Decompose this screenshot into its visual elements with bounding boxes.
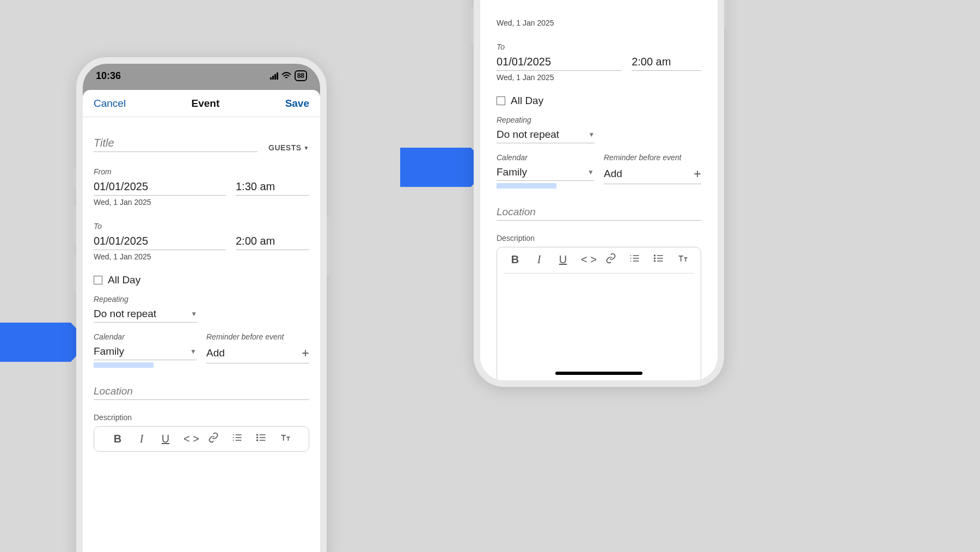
ordered-list-icon[interactable] [231,432,243,446]
calendar-color-chip [497,183,556,189]
battery-icon: 88 [295,70,307,81]
calendar-value: Family [94,345,124,357]
callout-arrow-left [0,323,71,362]
italic-icon[interactable]: I [136,433,148,445]
reminder-select[interactable]: Add + [604,164,701,184]
plus-icon: + [302,345,309,361]
to-time-input[interactable]: 2:00 am [632,53,701,71]
signal-icon [270,72,278,80]
text-size-icon[interactable] [677,253,689,266]
reminder-value: Add [206,347,225,359]
reminder-label: Reminder before event [206,332,309,341]
plus-icon: + [694,166,701,181]
svg-point-0 [257,434,258,435]
rte-toolbar: B I U < > [101,432,302,446]
description-editor[interactable]: B I U < > [94,426,309,452]
location-input[interactable]: Location [94,383,309,400]
checkbox-icon [94,276,102,284]
code-icon[interactable]: < > [183,433,195,445]
all-day-checkbox[interactable]: All Day [497,95,701,107]
bold-icon[interactable]: B [509,253,521,266]
calendar-value: Family [497,166,527,178]
modal-header: Cancel Event Save [83,90,320,117]
checkbox-icon [497,96,505,105]
to-time-input[interactable]: 2:00 am [236,233,309,250]
save-button[interactable]: Save [285,98,309,110]
home-indicator[interactable] [555,372,642,375]
svg-point-1 [257,437,258,438]
all-day-checkbox[interactable]: All Day [94,274,309,286]
svg-point-2 [257,440,258,441]
to-date-input[interactable]: 01/01/2025 [497,53,622,71]
ordered-list-icon[interactable] [629,253,641,266]
underline-icon[interactable]: U [557,253,569,266]
wifi-icon [281,72,291,80]
from-date-input[interactable]: 01/01/2025 [94,178,226,196]
repeating-label: Repeating [94,295,197,304]
phone-mockup-left: 10:36 88 Cancel Event Save Title GUESTS … [76,57,327,552]
description-editor[interactable]: B I U < > [497,247,701,380]
from-time-input[interactable]: 1:30 am [236,178,309,196]
chevron-down-icon: ▼ [587,168,594,176]
from-day-text: Wed, 1 Jan 2025 [497,19,701,27]
reminder-label: Reminder before event [604,153,701,162]
repeating-select[interactable]: Do not repeat ▼ [94,306,197,323]
chevron-down-icon: ▼ [191,310,197,318]
reminder-select[interactable]: Add + [206,343,309,363]
guests-label: GUESTS [268,143,302,152]
chevron-down-icon: ▼ [304,145,309,151]
to-day-text: Wed, 1 Jan 2025 [94,252,309,261]
unordered-list-icon[interactable] [255,432,267,446]
calendar-select[interactable]: Family ▼ [94,343,197,360]
chevron-down-icon: ▼ [190,348,197,355]
callout-arrow-right [400,148,471,187]
all-day-label: All Day [108,274,140,286]
text-size-icon[interactable] [279,432,291,446]
repeating-select[interactable]: Do not repeat ▼ [497,126,595,143]
link-icon[interactable] [605,253,617,266]
italic-icon[interactable]: I [533,253,545,266]
svg-point-4 [654,258,656,259]
calendar-select[interactable]: Family ▼ [497,164,594,181]
bold-icon[interactable]: B [112,433,124,445]
location-input[interactable]: Location [497,204,701,221]
chevron-down-icon: ▼ [589,131,595,138]
to-label: To [497,43,701,51]
repeating-value: Do not repeat [497,129,559,141]
status-icons: 88 [270,70,307,81]
underline-icon[interactable]: U [160,433,171,445]
status-bar: 10:36 88 [83,64,320,88]
link-icon[interactable] [207,432,219,446]
calendar-label: Calendar [94,332,197,341]
from-day-text: Wed, 1 Jan 2025 [94,198,309,207]
code-icon[interactable]: < > [581,253,593,266]
repeating-label: Repeating [497,116,595,124]
reminder-value: Add [604,168,622,180]
calendar-label: Calendar [497,153,594,162]
from-label: From [94,167,309,176]
title-input[interactable]: Title [94,135,258,152]
svg-point-3 [654,255,656,256]
to-date-input[interactable]: 01/01/2025 [94,233,226,250]
unordered-list-icon[interactable] [653,253,665,266]
description-label: Description [497,234,701,242]
description-textarea[interactable] [504,274,694,377]
guests-button[interactable]: GUESTS ▼ [268,143,309,152]
calendar-color-chip [94,362,154,368]
svg-point-5 [654,260,656,262]
cancel-button[interactable]: Cancel [94,98,126,110]
modal-title: Event [192,98,220,110]
to-day-text: Wed, 1 Jan 2025 [497,73,701,82]
all-day-label: All Day [511,95,543,107]
phone-mockup-right: . . Wed, 1 Jan 2025 To 01/01/2025 2:00 a… [474,0,724,387]
to-label: To [94,222,309,230]
rte-toolbar: B I U < > [504,253,694,266]
description-label: Description [94,413,309,422]
status-time: 10:36 [96,70,121,82]
repeating-value: Do not repeat [94,308,156,320]
